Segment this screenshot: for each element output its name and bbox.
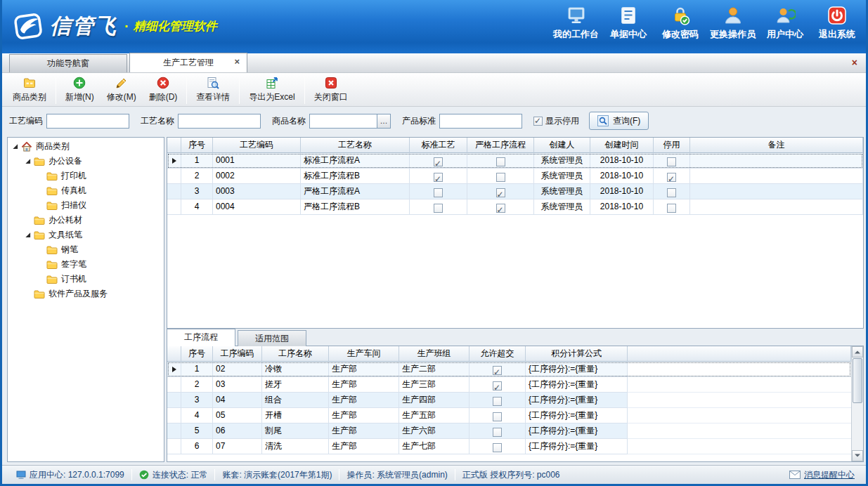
tab-bar: 功能导航窗生产工艺管理× × — [2, 53, 866, 73]
step-row[interactable]: 102冷镦生产部生产二部{工序得分}:={重量} — [167, 362, 851, 377]
category-button[interactable]: 商品类别 — [6, 74, 53, 105]
vertical-scrollbar[interactable] — [851, 346, 863, 461]
close-all-tabs-icon[interactable]: × — [852, 57, 857, 68]
nav-item-user-center[interactable]: 用户中心 — [759, 5, 811, 41]
product-standard-input[interactable] — [439, 114, 522, 129]
process-row[interactable]: 40004严格工序流程B系统管理员2018-10-10 — [167, 199, 863, 215]
tree-node[interactable]: 签字笔 — [8, 257, 164, 272]
over-delivery-checkbox[interactable] — [493, 366, 502, 375]
over-delivery-checkbox[interactable] — [493, 412, 502, 421]
strict-flow-checkbox[interactable] — [496, 204, 505, 213]
expander-icon[interactable] — [11, 143, 20, 150]
delete-button[interactable]: 删除(D) — [143, 74, 184, 105]
product-name-input[interactable] — [309, 114, 377, 129]
view-detail-button[interactable]: 查看详情 — [190, 74, 236, 105]
tab-production-process[interactable]: 生产工艺管理× — [129, 53, 247, 72]
tree-node[interactable]: 钢笔 — [8, 242, 164, 257]
tree-node[interactable]: 文具纸笔 — [8, 228, 164, 242]
standard-process-checkbox[interactable] — [434, 188, 443, 197]
standard-process-checkbox[interactable] — [434, 204, 443, 213]
tree-node[interactable]: 扫描仪 — [8, 198, 164, 213]
step-row[interactable]: 607清洗生产部生产七部{工序得分}:={重量} — [167, 439, 851, 454]
step-row[interactable]: 405开槽生产部生产五部{工序得分}:={重量} — [167, 408, 851, 423]
column-header[interactable]: 允许超交 — [469, 346, 526, 362]
column-header[interactable]: 停用 — [654, 138, 690, 153]
strict-flow-checkbox[interactable] — [496, 173, 505, 182]
scroll-down-button[interactable] — [852, 450, 863, 461]
column-header[interactable]: 工序名称 — [262, 346, 329, 362]
over-delivery-checkbox[interactable] — [493, 397, 502, 406]
column-header[interactable]: 备注 — [690, 138, 863, 153]
column-header[interactable]: 工序编码 — [213, 346, 262, 362]
standard-process-checkbox[interactable] — [434, 157, 443, 166]
nav-item-workbench[interactable]: 我的工作台 — [550, 5, 602, 41]
column-header[interactable]: 创建时间 — [590, 138, 654, 153]
step-row[interactable]: 203搓牙生产部生产三部{工序得分}:={重量} — [167, 377, 851, 393]
tree-node[interactable]: 软件产品及服务 — [8, 287, 164, 301]
expander-icon[interactable] — [23, 232, 32, 239]
export-excel-button[interactable]: 导出为Excel — [242, 74, 301, 105]
cell-process-code: 0001 — [213, 153, 301, 169]
filler-cell — [628, 377, 851, 393]
cell-creator: 系统管理员 — [534, 153, 590, 169]
tab-function-nav[interactable]: 功能导航窗 — [9, 54, 127, 72]
input-group: … — [309, 114, 391, 129]
process-code-input[interactable] — [46, 114, 129, 129]
over-delivery-checkbox[interactable] — [493, 381, 502, 390]
strict-flow-checkbox[interactable] — [496, 157, 505, 166]
message-center-link[interactable]: 消息提醒中心 — [789, 469, 859, 481]
ellipsis-button[interactable]: … — [377, 114, 391, 129]
nav-item-switch-operator[interactable]: 更换操作员 — [706, 5, 759, 41]
column-header[interactable]: 序号 — [181, 346, 213, 362]
tree-node[interactable]: 商品类别 — [8, 139, 164, 154]
step-row[interactable]: 506割尾生产部生产六部{工序得分}:={重量} — [167, 423, 851, 439]
close-tab-icon[interactable]: × — [234, 57, 240, 67]
process-row[interactable]: 10001标准工序流程A系统管理员2018-10-10 — [167, 153, 863, 169]
nav-item-document-center[interactable]: 单据中心 — [602, 5, 654, 41]
disabled-checkbox[interactable] — [667, 157, 676, 166]
edit-button[interactable]: 修改(M) — [101, 74, 143, 105]
sub-tab-applicable-scope[interactable]: 适用范围 — [238, 330, 306, 346]
add-button[interactable]: 新增(N) — [59, 74, 101, 105]
close-window-button[interactable]: 关闭窗口 — [308, 74, 354, 105]
column-header[interactable]: 生产车间 — [329, 346, 399, 362]
column-header[interactable]: 序号 — [181, 138, 213, 153]
tree-node[interactable]: 办公设备 — [8, 154, 164, 169]
folder-icon — [46, 171, 58, 181]
process-row[interactable]: 20002标准工序流程B系统管理员2018-10-10 — [167, 169, 863, 184]
nav-item-exit-system[interactable]: 退出系统 — [811, 5, 863, 41]
expander-placeholder — [36, 173, 45, 180]
column-header[interactable]: 工艺编码 — [213, 138, 301, 153]
cell-formula: {工序得分}:={重量} — [526, 423, 628, 439]
cell-step-code: 05 — [213, 408, 262, 423]
strict-flow-checkbox[interactable] — [496, 188, 505, 197]
cell-step-code: 02 — [213, 362, 262, 377]
disabled-checkbox[interactable] — [667, 173, 676, 182]
over-delivery-checkbox[interactable] — [493, 443, 502, 452]
scroll-up-button[interactable] — [852, 346, 863, 357]
scroll-thumb[interactable] — [853, 358, 862, 403]
column-header[interactable]: 标准工艺 — [410, 138, 467, 153]
process-name-input[interactable] — [178, 114, 261, 129]
process-row[interactable]: 30003严格工序流程A系统管理员2018-10-10 — [167, 184, 863, 199]
column-header[interactable]: 严格工序流程 — [467, 138, 534, 153]
column-header[interactable]: 积分计算公式 — [526, 346, 628, 362]
tree-node[interactable]: 打印机 — [8, 169, 164, 183]
over-delivery-checkbox[interactable] — [493, 428, 502, 437]
tree-node[interactable]: 订书机 — [8, 272, 164, 287]
step-row[interactable]: 304组合生产部生产四部{工序得分}:={重量} — [167, 393, 851, 408]
column-header[interactable]: 生产班组 — [399, 346, 469, 362]
disabled-checkbox[interactable] — [667, 204, 676, 213]
standard-process-checkbox[interactable] — [434, 173, 443, 182]
tree-node[interactable]: 传真机 — [8, 183, 164, 198]
search-button[interactable]: 查询(F) — [589, 112, 649, 130]
disabled-checkbox[interactable] — [667, 188, 676, 197]
sub-tab-process-flow[interactable]: 工序流程 — [167, 329, 235, 346]
show-disabled-toggle[interactable]: 显示停用 — [533, 115, 579, 127]
tree-node[interactable]: 办公耗材 — [8, 213, 164, 228]
column-header[interactable]: 创建人 — [534, 138, 590, 153]
show-disabled-checkbox[interactable] — [533, 117, 543, 126]
nav-item-change-password[interactable]: 修改密码 — [654, 5, 706, 41]
expander-icon[interactable] — [23, 158, 32, 165]
column-header[interactable]: 工艺名称 — [301, 138, 410, 153]
